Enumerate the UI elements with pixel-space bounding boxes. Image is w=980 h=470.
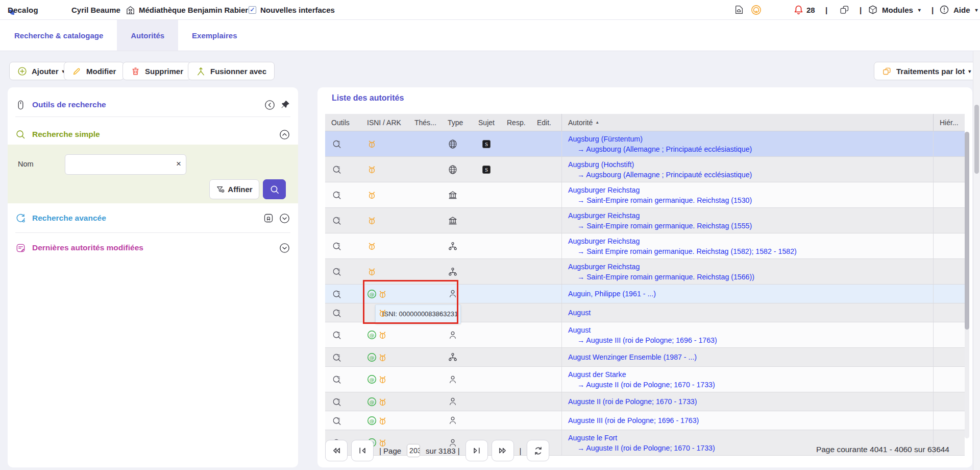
- link-icon[interactable]: [839, 0, 850, 19]
- isni-icon[interactable]: @: [367, 397, 377, 407]
- ark-icon[interactable]: [367, 267, 377, 276]
- column-header-resp[interactable]: Resp.: [501, 114, 531, 131]
- table-row[interactable]: @August der Starke→ Auguste II (roi de P…: [325, 367, 965, 392]
- edit-button[interactable]: Modifier: [64, 62, 124, 80]
- column-header-hier[interactable]: Hiér...: [933, 114, 965, 131]
- collapse-section-icon[interactable]: [279, 129, 290, 140]
- row-tools-icon[interactable]: [325, 392, 361, 411]
- help-menu[interactable]: Aide▾: [939, 0, 978, 19]
- row-tools-icon[interactable]: [325, 208, 361, 233]
- search-button[interactable]: [263, 179, 286, 199]
- isni-icon[interactable]: @: [367, 416, 377, 426]
- merge-button[interactable]: Fusionner avec: [188, 62, 275, 80]
- row-tools-icon[interactable]: [325, 182, 361, 207]
- add-button[interactable]: Ajouter▾: [9, 62, 73, 80]
- clear-input-icon[interactable]: ×: [176, 159, 181, 169]
- tab-recherche-&-catalogage[interactable]: Recherche & catalogage: [1, 20, 117, 51]
- authority-link[interactable]: Auguste le Fort: [568, 433, 933, 443]
- row-tools-icon[interactable]: [325, 367, 361, 392]
- scrollbar-thumb[interactable]: [965, 132, 969, 330]
- user-name[interactable]: Cyril Beaume: [71, 0, 120, 19]
- ark-icon[interactable]: [367, 165, 377, 174]
- ark-icon[interactable]: [378, 308, 387, 318]
- row-tools-icon[interactable]: [325, 411, 361, 430]
- table-row[interactable]: @Auguste III (roi de Pologne; 1696 - 176…: [325, 411, 965, 430]
- row-tools-icon[interactable]: [325, 322, 361, 347]
- authority-reference-link[interactable]: → Auguste II (roi de Pologne; 1670 - 173…: [568, 380, 933, 390]
- authority-link[interactable]: Augsburger Reichstag: [568, 262, 933, 272]
- previous-page-button[interactable]: [351, 440, 374, 461]
- row-tools-icon[interactable]: [325, 131, 361, 156]
- row-tools-icon[interactable]: [325, 285, 361, 303]
- modules-menu[interactable]: Modules▾: [868, 0, 921, 19]
- ark-icon[interactable]: [367, 139, 377, 149]
- tab-autorités[interactable]: Autorités: [117, 20, 178, 51]
- authority-link[interactable]: August Wenzinger Ensemble (1987 - ...): [568, 352, 697, 362]
- table-row[interactable]: SAugsburg (Fürstentum)→ Augsbourg (Allem…: [325, 131, 965, 157]
- collapse-panel-icon[interactable]: [264, 99, 276, 111]
- authority-reference-link[interactable]: → Saint Empire romain germanique. Reichs…: [568, 246, 933, 256]
- authority-reference-link[interactable]: → Augsbourg (Allemagne ; Principauté ecc…: [568, 170, 933, 180]
- checkbox-checked-icon[interactable]: ✓: [249, 6, 256, 14]
- authority-link[interactable]: Auguste II (roi de Pologne; 1670 - 1733): [568, 396, 697, 407]
- column-header-outils[interactable]: Outils: [325, 114, 361, 131]
- table-row[interactable]: SAugsburg (Hochstift)→ Augsbourg (Allema…: [325, 157, 965, 182]
- authority-link[interactable]: Augsburg (Hochstift): [568, 159, 933, 170]
- table-scrollbar[interactable]: [965, 132, 969, 438]
- broadcast-icon[interactable]: [750, 0, 762, 19]
- library-name[interactable]: Médiathèque Benjamin Rabier: [139, 0, 248, 19]
- row-tools-icon[interactable]: [325, 303, 361, 322]
- next-page-button[interactable]: [465, 440, 488, 461]
- fast-previous-button[interactable]: [325, 440, 348, 461]
- name-input[interactable]: [65, 155, 186, 174]
- advanced-search-header[interactable]: Recherche avancée: [15, 208, 290, 228]
- expand-recent-icon[interactable]: [279, 242, 290, 254]
- ark-icon[interactable]: [367, 241, 377, 251]
- ark-icon[interactable]: [378, 289, 387, 299]
- ark-icon[interactable]: [367, 216, 377, 225]
- authority-reference-link[interactable]: → Saint-Empire romain germanique. Reichs…: [568, 272, 933, 282]
- table-row[interactable]: Augsburger Reichstag→ Saint-Empire romai…: [325, 182, 965, 208]
- expand-advanced-icon[interactable]: [279, 213, 290, 224]
- bookmark-icon[interactable]: [263, 213, 274, 224]
- column-header-type[interactable]: Type: [442, 114, 472, 131]
- authority-link[interactable]: Augsburg (Fürstentum): [568, 134, 933, 144]
- window-scrollbar[interactable]: [973, 51, 980, 470]
- table-row[interactable]: @Auguin, Philippe (1961 - ...): [325, 285, 965, 303]
- pin-icon[interactable]: [280, 100, 290, 110]
- ark-icon[interactable]: [378, 374, 387, 384]
- delete-button[interactable]: Supprimer: [122, 62, 191, 80]
- column-header-edit[interactable]: Edit.: [531, 114, 561, 131]
- authority-link[interactable]: Auguin, Philippe (1961 - ...): [568, 289, 656, 299]
- notification-count[interactable]: 28: [806, 0, 815, 19]
- table-row[interactable]: @August→ Auguste III (roi de Pologne; 16…: [325, 322, 965, 348]
- table-row[interactable]: Augsburger Reichstag→ Saint-Empire romai…: [325, 208, 965, 233]
- authority-link[interactable]: Auguste III (roi de Pologne; 1696 - 1763…: [568, 415, 699, 426]
- authority-link[interactable]: Augsburger Reichstag: [568, 236, 933, 246]
- authority-link[interactable]: Augsburger Reichstag: [568, 210, 933, 221]
- notifications-bell-icon[interactable]: [793, 0, 804, 19]
- isni-icon[interactable]: @: [367, 289, 377, 299]
- batch-processing-button[interactable]: Traitements par lot▾: [874, 62, 979, 80]
- table-row[interactable]: Augsburger Reichstag→ Saint Empire romai…: [325, 233, 965, 259]
- column-header-thes[interactable]: Thés...: [408, 114, 442, 131]
- table-row[interactable]: Augsburger Reichstag→ Saint-Empire romai…: [325, 259, 965, 285]
- refresh-button[interactable]: [527, 440, 549, 461]
- refine-button[interactable]: Affiner: [209, 179, 259, 199]
- row-tools-icon[interactable]: [325, 348, 361, 366]
- new-interfaces-toggle[interactable]: ✓ Nouvelles interfaces: [249, 0, 335, 19]
- ark-icon[interactable]: [367, 190, 377, 200]
- tab-exemplaires[interactable]: Exemplaires: [178, 20, 251, 51]
- authority-link[interactable]: Augsburger Reichstag: [568, 185, 933, 195]
- row-tools-icon[interactable]: [325, 259, 361, 284]
- page-input[interactable]: [407, 444, 420, 457]
- window-scrollbar-thumb[interactable]: [974, 105, 979, 174]
- row-tools-icon[interactable]: [325, 233, 361, 258]
- authority-link[interactable]: August: [568, 325, 933, 335]
- authority-link[interactable]: August: [568, 308, 591, 318]
- column-header-sujet[interactable]: Sujet: [472, 114, 501, 131]
- ark-icon[interactable]: [378, 397, 387, 407]
- ark-icon[interactable]: [378, 416, 387, 426]
- authority-reference-link[interactable]: → Saint-Empire romain germanique. Reichs…: [568, 195, 933, 205]
- isni-icon[interactable]: @: [367, 330, 377, 340]
